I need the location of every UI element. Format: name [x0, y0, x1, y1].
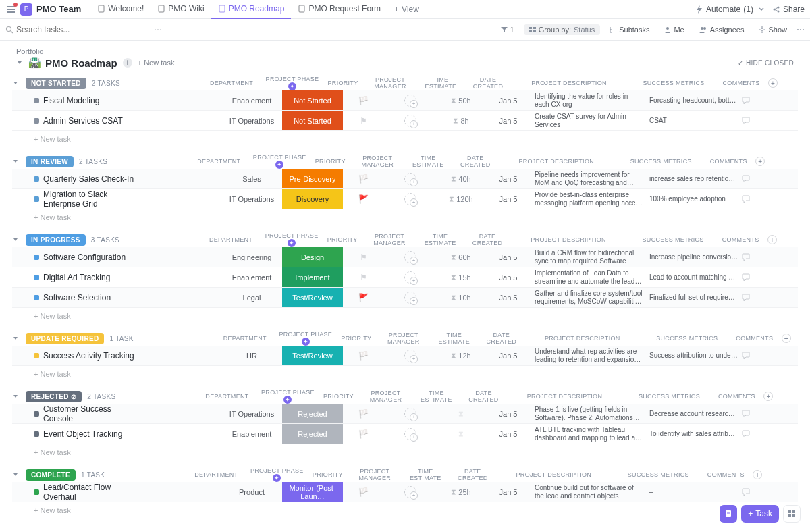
- add-column-button[interactable]: +: [782, 334, 791, 343]
- phase-cell[interactable]: Monitor (Post-Laun…: [282, 482, 343, 502]
- task-row[interactable]: Admin Services CSAT IT Operations Not St…: [12, 111, 798, 131]
- column-header[interactable]: DEPARTMENT: [215, 335, 275, 342]
- department-cell[interactable]: Sales: [221, 175, 282, 183]
- status-square-icon[interactable]: [34, 98, 39, 103]
- project-manager-cell[interactable]: [383, 271, 437, 284]
- breadcrumb[interactable]: Portfolio: [16, 47, 794, 55]
- status-square-icon[interactable]: [34, 411, 39, 417]
- column-header[interactable]: DATE CREATED: [460, 390, 507, 403]
- column-header[interactable]: COMMENTS: [716, 393, 757, 400]
- time-estimate-cell[interactable]: ⧗10h: [437, 293, 485, 302]
- collapse-list-icon[interactable]: [16, 59, 23, 66]
- column-header[interactable]: COMMENTS: [734, 335, 775, 342]
- date-created-cell[interactable]: Jan 5: [485, 410, 532, 418]
- phase-cell[interactable]: Rejected: [282, 424, 343, 444]
- status-pill[interactable]: NOT STARTED: [26, 78, 86, 89]
- comments-cell[interactable]: [741, 429, 782, 439]
- column-header[interactable]: COMMENTS: [720, 236, 761, 243]
- list-title[interactable]: PMO Roadmap: [45, 57, 117, 69]
- comments-cell[interactable]: [741, 96, 782, 105]
- new-task-row-button[interactable]: + New task: [12, 131, 798, 147]
- description-cell[interactable]: ATL BTL tracking with Tableau dashboard …: [532, 426, 647, 442]
- department-cell[interactable]: Engineering: [221, 253, 282, 261]
- time-estimate-cell[interactable]: ⧗12h: [437, 351, 485, 360]
- phase-cell[interactable]: Discovery: [282, 189, 343, 209]
- project-manager-cell[interactable]: [383, 350, 437, 362]
- time-estimate-cell[interactable]: ⧗50h: [437, 96, 485, 105]
- task-name[interactable]: Admin Services CSAT: [43, 116, 123, 126]
- column-header[interactable]: DATE CREATED: [449, 468, 496, 481]
- priority-flag[interactable]: 🏳️: [343, 351, 383, 361]
- column-header[interactable]: PROJECT PHASE ✦: [249, 154, 310, 169]
- project-manager-cell[interactable]: [383, 173, 437, 185]
- column-header[interactable]: PROJECT DESCRIPTION: [496, 471, 611, 478]
- task-row[interactable]: Digital Ad Tracking Enablement Implement…: [12, 267, 798, 288]
- description-cell[interactable]: Phase 1 is live (getting fields in Softw…: [532, 406, 647, 422]
- comments-cell[interactable]: [741, 487, 782, 497]
- description-cell[interactable]: Implementation of Lean Data to streamlin…: [532, 269, 647, 286]
- status-square-icon[interactable]: [34, 489, 39, 495]
- task-row[interactable]: Success Activity Tracking HR Test/Review…: [12, 346, 798, 366]
- add-view-button[interactable]: + View: [387, 5, 426, 14]
- status-square-icon[interactable]: [34, 431, 39, 437]
- subtasks-button[interactable]: Subtasks: [604, 24, 655, 35]
- sidebar-toggle-icon[interactable]: [5, 4, 16, 15]
- priority-flag[interactable]: 🏳️: [343, 409, 383, 419]
- success-metric-cell[interactable]: CSAT: [647, 117, 741, 124]
- priority-flag[interactable]: 🚩: [343, 194, 383, 204]
- date-created-cell[interactable]: Jan 5: [485, 430, 532, 438]
- comments-cell[interactable]: [741, 116, 782, 126]
- date-created-cell[interactable]: Jan 5: [485, 195, 532, 203]
- column-header[interactable]: DEPARTMENT: [201, 80, 262, 86]
- phase-cell[interactable]: Not Started: [282, 111, 343, 130]
- new-task-row-button[interactable]: + New task: [12, 209, 798, 225]
- column-header[interactable]: PRIORITY: [307, 471, 348, 478]
- task-name[interactable]: Success Activity Tracking: [43, 351, 134, 361]
- status-pill[interactable]: UPDATE REQUIRED: [26, 333, 104, 344]
- column-header[interactable]: DATE CREATED: [464, 233, 511, 246]
- description-cell[interactable]: Create CSAT survey for Admin Services: [532, 113, 647, 129]
- column-header[interactable]: SUCCESS METRICS: [614, 158, 708, 165]
- add-column-button[interactable]: +: [767, 235, 777, 244]
- time-estimate-cell[interactable]: ⧗8h: [437, 116, 485, 125]
- task-name[interactable]: Fiscal Modeling: [43, 96, 99, 105]
- success-metric-cell[interactable]: Success attribution to understand custom…: [647, 352, 741, 359]
- column-header[interactable]: TIME ESTIMATE: [404, 155, 452, 168]
- collapse-group-icon[interactable]: [12, 80, 20, 86]
- collapse-group-icon[interactable]: [12, 158, 20, 165]
- status-square-icon[interactable]: [34, 295, 39, 300]
- success-metric-cell[interactable]: Forcasting headcount, bottom line, CAC, …: [647, 97, 741, 104]
- date-created-cell[interactable]: Jan 5: [485, 294, 532, 302]
- column-header[interactable]: PROJECT MANAGER: [348, 468, 402, 481]
- description-cell[interactable]: Provide best-in-class enterprise messagi…: [532, 191, 647, 207]
- column-header[interactable]: PROJECT DESCRIPTION: [512, 80, 626, 86]
- column-header[interactable]: COMMENTS: [708, 158, 749, 165]
- success-metric-cell[interactable]: Decrease account research time for CSMs …: [647, 410, 741, 417]
- status-square-icon[interactable]: [34, 118, 39, 124]
- quick-note-button[interactable]: [720, 505, 737, 523]
- project-manager-cell[interactable]: [383, 251, 437, 263]
- task-row[interactable]: Customer Success Console IT Operations R…: [12, 404, 798, 424]
- priority-flag[interactable]: ⚑: [343, 116, 383, 126]
- column-header[interactable]: SUCCESS METRICS: [622, 393, 716, 400]
- column-header[interactable]: COMMENTS: [705, 471, 746, 478]
- search-input[interactable]: [16, 25, 151, 34]
- date-created-cell[interactable]: Jan 5: [485, 117, 532, 125]
- success-metric-cell[interactable]: Finalized full set of requirements for V…: [647, 294, 741, 301]
- task-row[interactable]: Migration to Slack Enterprise Grid IT Op…: [12, 189, 798, 209]
- column-header[interactable]: PROJECT DESCRIPTION: [511, 236, 626, 243]
- show-button[interactable]: Show: [753, 24, 792, 35]
- phase-cell[interactable]: Pre-Discovery: [282, 169, 343, 188]
- column-header[interactable]: PROJECT PHASE ✦: [246, 467, 307, 482]
- add-column-button[interactable]: +: [753, 470, 762, 479]
- column-header[interactable]: DEPARTMENT: [186, 471, 246, 478]
- column-header[interactable]: DATE CREATED: [464, 76, 512, 90]
- column-header[interactable]: PROJECT DESCRIPTION: [507, 393, 622, 400]
- comments-cell[interactable]: [741, 409, 782, 419]
- time-estimate-cell[interactable]: ⧗25h: [437, 487, 485, 496]
- department-cell[interactable]: HR: [221, 352, 282, 360]
- new-task-row-button[interactable]: + New task: [12, 366, 798, 382]
- column-header[interactable]: SUCCESS METRICS: [611, 471, 705, 478]
- status-square-icon[interactable]: [34, 353, 39, 358]
- column-header[interactable]: TIME ESTIMATE: [402, 468, 449, 481]
